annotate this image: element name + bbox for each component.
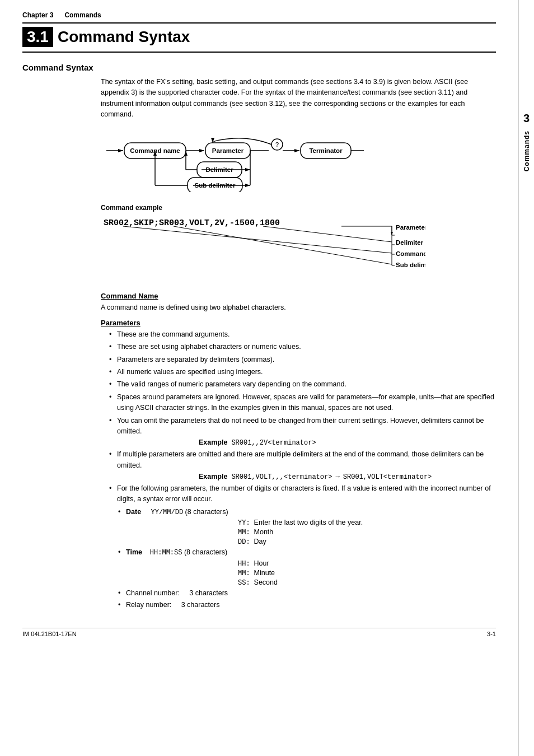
footer: IM 04L21B01-17EN 3-1: [22, 628, 496, 637]
bullet-item-7: You can omit the parameters that do not …: [109, 416, 496, 437]
annotation-parameter: Parameter: [396, 224, 425, 231]
subsection-heading: Command Syntax: [22, 63, 496, 72]
svg-line-23: [263, 226, 392, 242]
diagram-parameter-label: Parameter: [212, 147, 244, 154]
chapter-label: Chapter 3: [22, 11, 53, 19]
chapter-section-label: Commands: [64, 11, 101, 19]
cmd-code-text: SR002,SKIP;SR003,VOLT,2V,-1500,1800: [104, 218, 280, 228]
intro-text: The syntax of the FX's setting, basic se…: [101, 77, 496, 120]
diagram-svg: Command name Parameter ? Terminator: [101, 130, 414, 192]
cmd-example-block: SR002,SKIP;SR003,VOLT,2V,-1500,1800: [101, 214, 496, 283]
command-name-heading: Command Name: [101, 292, 158, 300]
cmd-example-svg: SR002,SKIP;SR003,VOLT,2V,-1500,1800: [101, 214, 425, 281]
syntax-diagram: Command name Parameter ? Terminator: [101, 130, 496, 194]
annotation-delimiter: Delimiter ( , ): [396, 239, 425, 246]
diagram-terminator-label: Terminator: [309, 147, 343, 154]
bullet-item-2: These are set using alphabet characters …: [109, 342, 496, 352]
time-sub-items: HH: Hour MM: Minute SS: Second: [238, 559, 496, 587]
example-omit-line: Example SR001,,2V<terminator>: [199, 438, 496, 447]
section-title-row: 3.1 Command Syntax: [22, 27, 496, 53]
parameters-heading: Parameters: [101, 319, 140, 327]
bullet-item-4: All numeric values are specified using i…: [109, 367, 496, 377]
command-name-text: A command name is defined using two alph…: [101, 302, 496, 313]
bullet-item-8: If multiple parameters are omitted and t…: [109, 449, 496, 471]
bullet-item-9: For the following parameters, the number…: [109, 483, 496, 505]
bullet-item-5: The valid ranges of numeric parameters v…: [109, 379, 496, 390]
footer-left: IM 04L21B01-17EN: [22, 631, 77, 637]
channel-number-bullet: Channel number: 3 characters: [118, 588, 496, 599]
parameters-bullet-list: These are the command arguments. These a…: [109, 329, 496, 611]
time-bullet: Time HH:MM:SS (8 characters): [118, 547, 496, 558]
annotation-command-name: Command name (SR): [396, 250, 425, 257]
side-tab-label: Commands: [523, 130, 531, 171]
diagram-loop-icon: ?: [275, 141, 279, 148]
section-title: Command Syntax: [58, 28, 190, 46]
bullet-item-1: These are the command arguments.: [109, 329, 496, 340]
date-sub-items: YY: Enter the last two digits of the yea…: [238, 519, 496, 546]
cmd-example-label: Command example: [101, 204, 496, 212]
diagram-delimiter-label: Delimiter: [205, 166, 233, 173]
side-tab-number: 3: [523, 112, 530, 125]
section-number: 3.1: [22, 27, 53, 47]
side-tab: 3 Commands: [518, 0, 534, 756]
bullet-item-3: Parameters are separated by delimiters (…: [109, 354, 496, 365]
example-multi-line: Example SR001,VOLT,,,<terminator> → SR00…: [199, 473, 496, 481]
annotation-sub-delimiter: Sub delimiter ( ; ): [396, 262, 425, 268]
diagram-sub-delimiter-label: Sub delimiter: [195, 182, 236, 189]
footer-right: 3-1: [487, 631, 496, 637]
svg-line-25: [174, 226, 392, 264]
svg-line-24: [123, 226, 392, 253]
relay-number-bullet: Relay number: 3 characters: [118, 600, 496, 610]
bullet-item-6: Spaces around parameters are ignored. Ho…: [109, 392, 496, 414]
date-bullet: Date YY/MM/DD (8 characters): [118, 507, 496, 518]
